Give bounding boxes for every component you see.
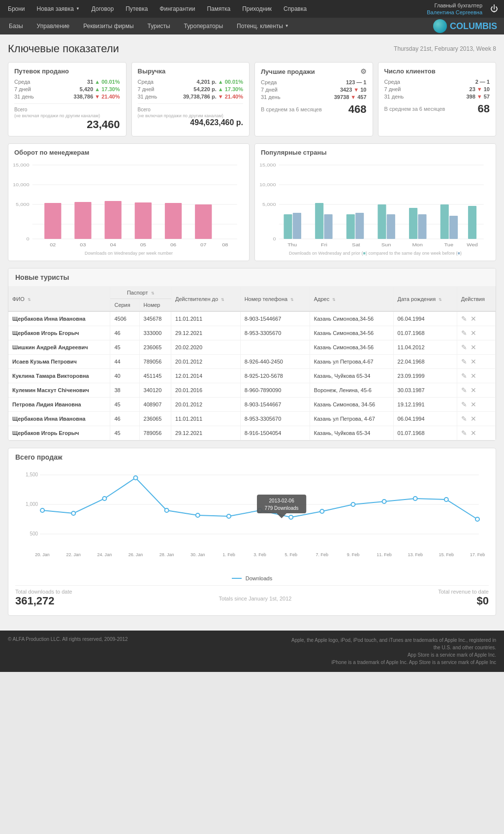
svg-text:24. Jan: 24. Jan	[97, 552, 112, 557]
col-passport[interactable]: Паспорт ⇅	[110, 287, 171, 299]
cell-fio: Щербаков Игорь Егорыч	[8, 426, 110, 440]
edit-button[interactable]: ✎	[461, 358, 467, 366]
cell-fio: Исаев Кузьма Петрович	[8, 355, 110, 369]
edit-button[interactable]: ✎	[461, 415, 467, 423]
gear-icon[interactable]: ⚙	[360, 67, 367, 75]
nav-tourists[interactable]: Туристы	[141, 18, 177, 34]
cell-nomer: 345678	[139, 311, 171, 326]
delete-button[interactable]: ✕	[471, 358, 476, 366]
svg-text:07: 07	[200, 242, 207, 247]
cell-fio: Щербакова Инна Ивановна	[8, 311, 110, 326]
svg-text:05: 05	[140, 242, 147, 247]
edit-button[interactable]: ✎	[461, 315, 467, 323]
nav-prihodnik[interactable]: Приходник	[236, 0, 278, 18]
cell-nomer: 333000	[139, 326, 171, 340]
cell-nomer: 789056	[139, 355, 171, 369]
col-phone[interactable]: Номер телефона ⇅	[240, 287, 310, 311]
delete-button[interactable]: ✕	[471, 329, 476, 337]
edit-button[interactable]: ✎	[461, 329, 467, 337]
cell-dob: 23.09.1999	[393, 369, 457, 383]
table-row: Щербаков Игорь Егорыч 46 333000 29.12.20…	[8, 326, 496, 340]
footer-left: © ALFA Production LLC. All rights reserv…	[8, 636, 128, 642]
cell-nomer: 236065	[139, 340, 171, 355]
nav-pamyatka[interactable]: Памятка	[201, 0, 236, 18]
delete-button[interactable]: ✕	[471, 386, 476, 394]
svg-rect-10	[74, 202, 91, 239]
delete-button[interactable]: ✕	[471, 400, 476, 408]
cell-phone: 8-953-3305670	[240, 326, 310, 340]
nav-bron[interactable]: Брони	[2, 0, 31, 18]
totals-since-label: Totals since January 1st, 2012	[219, 589, 291, 607]
kpi-rev-row-2: 7 дней 54,220 р. ▲ 17.30%	[138, 86, 244, 92]
nav-manage[interactable]: Управление	[30, 18, 77, 34]
table-row: Щербаков Игорь Егорыч 45 789056 29.12.20…	[8, 426, 496, 440]
table-row: Куклина Тамара Викторовна 40 451145 12.0…	[8, 369, 496, 383]
svg-point-63	[196, 513, 200, 517]
nav-potential[interactable]: Потенц. клиенты ▼	[230, 18, 296, 34]
col-dob[interactable]: Дата рождения ⇅	[393, 287, 457, 311]
svg-text:15. Feb: 15. Feb	[439, 552, 454, 557]
svg-point-60	[102, 497, 106, 500]
kpi-tours-row-3: 31 день 338,786 ▼ 21.40%	[14, 94, 120, 100]
svg-text:06: 06	[170, 242, 177, 247]
nav-spravka[interactable]: Справка	[278, 0, 313, 18]
svg-text:08: 08	[222, 242, 228, 247]
cell-seria: 44	[110, 355, 139, 369]
svg-text:Mon: Mon	[412, 242, 422, 247]
svg-rect-32	[293, 213, 301, 239]
svg-point-62	[165, 508, 169, 512]
cell-fio: Кулемин Масхут Chiченович	[8, 383, 110, 398]
edit-button[interactable]: ✎	[461, 372, 467, 380]
kpi-cli-avg: В среднем за 6 месяцев 68	[384, 102, 490, 115]
cell-nomer: 236065	[139, 412, 171, 426]
delete-button[interactable]: ✕	[471, 343, 476, 351]
col-nomer[interactable]: Номер	[139, 299, 171, 312]
total-downloads-stat: Total downloads to date 361,272	[15, 589, 72, 607]
svg-text:22. Jan: 22. Jan	[66, 552, 81, 557]
edit-button[interactable]: ✎	[461, 343, 467, 351]
cell-phone: 8-925-120-5678	[240, 369, 310, 383]
svg-rect-14	[195, 204, 212, 239]
nav-putevka[interactable]: Путевка	[120, 0, 154, 18]
nav-dogovor[interactable]: Договор	[86, 0, 120, 18]
chart-managers-area: 15,000 10,000 5,000 0 02 03 04	[14, 160, 243, 249]
edit-button[interactable]: ✎	[461, 429, 467, 437]
svg-point-72	[475, 517, 479, 521]
col-seria[interactable]: Серия	[110, 299, 139, 312]
nav-fin[interactable]: Фингарантии	[154, 0, 201, 18]
cell-nomer: 451145	[139, 369, 171, 383]
cell-actions: ✎ ✕	[457, 326, 495, 340]
cell-seria: 38	[110, 383, 139, 398]
svg-rect-33	[315, 203, 323, 239]
svg-text:15,000: 15,000	[13, 163, 30, 167]
delete-button[interactable]: ✕	[471, 429, 476, 437]
col-fio[interactable]: ФИО ⇅	[8, 287, 110, 311]
power-button[interactable]: ⏻	[486, 4, 502, 13]
kpi-cli-row-3: 31 день 398 ▼ 57	[384, 94, 490, 100]
tourists-section-title: Новые туристы	[8, 268, 496, 287]
svg-rect-12	[135, 202, 152, 239]
cell-actions: ✎ ✕	[457, 426, 495, 440]
delete-button[interactable]: ✕	[471, 415, 476, 423]
nav-new-order[interactable]: Новая заявка ▼	[31, 0, 86, 18]
nav-touroperators[interactable]: Туроператоры	[177, 18, 230, 34]
cell-seria: 45	[110, 340, 139, 355]
svg-point-69	[382, 500, 386, 503]
svg-rect-35	[346, 214, 355, 239]
nav-requisites[interactable]: Реквизиты фирмы	[76, 18, 140, 34]
edit-button[interactable]: ✎	[461, 386, 467, 394]
edit-button[interactable]: ✎	[461, 400, 467, 408]
col-address[interactable]: Адрес ⇅	[310, 287, 393, 311]
cell-valid: 20.02.2020	[171, 340, 241, 355]
cell-dob: 06.04.1994	[393, 412, 457, 426]
delete-button[interactable]: ✕	[471, 315, 476, 323]
nav-bases[interactable]: Базы	[2, 18, 30, 34]
col-valid[interactable]: Действителен до ⇅	[171, 287, 241, 311]
table-row: Шишкин Андрей Андреевич 45 236065 20.02.…	[8, 340, 496, 355]
page-header: Ключевые показатели Thursday 21st, Febru…	[8, 42, 496, 55]
kpi-rev-row-1: Среда 4,201 р. ▲ 00.01%	[138, 79, 244, 85]
cell-address: Казань ул Петрова, 4-67	[310, 412, 393, 426]
cell-address: Казань, Чуйкова 65-34	[310, 369, 393, 383]
delete-button[interactable]: ✕	[471, 372, 476, 380]
svg-point-70	[413, 497, 417, 500]
